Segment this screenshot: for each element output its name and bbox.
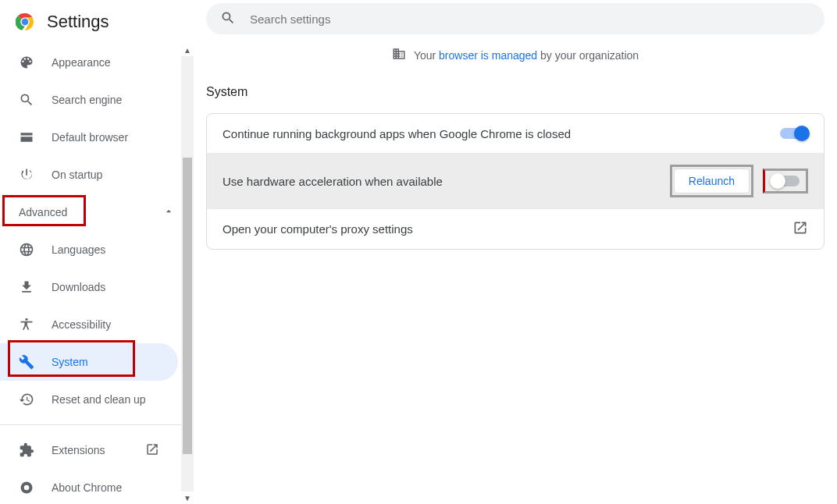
palette-icon — [19, 55, 34, 70]
scrollbar-track[interactable] — [181, 56, 194, 492]
globe-icon — [19, 242, 34, 257]
accessibility-icon — [19, 317, 34, 332]
wrench-icon — [19, 354, 34, 370]
row-label: Use hardware acceleration when available — [223, 175, 670, 188]
restore-icon — [19, 392, 34, 407]
managed-text: Your browser is managed by your organiza… — [414, 49, 639, 62]
row-proxy-settings[interactable]: Open your computer's proxy settings — [207, 208, 824, 249]
row-label: Continue running background apps when Go… — [223, 127, 780, 140]
sidebar-item-on-startup[interactable]: On startup — [0, 156, 178, 193]
sidebar-scrollbar[interactable]: ▲ ▼ — [181, 44, 194, 504]
row-label: Open your computer's proxy settings — [223, 222, 792, 236]
section-title: System — [206, 85, 825, 99]
sidebar-item-label: On startup — [52, 169, 102, 181]
browser-icon — [19, 130, 34, 145]
extension-icon — [19, 442, 34, 458]
download-icon — [19, 279, 34, 295]
sidebar-item-label: Accessibility — [52, 318, 111, 331]
sidebar-item-label: About Chrome — [52, 481, 122, 494]
sidebar-item-accessibility[interactable]: Accessibility — [0, 306, 178, 343]
sidebar-item-label: Extensions — [52, 444, 105, 456]
sidebar-item-label: Languages — [52, 243, 105, 256]
managed-suffix: by your organization — [537, 49, 639, 62]
scroll-up-arrow-icon[interactable]: ▲ — [181, 44, 194, 56]
sidebar-item-search-engine[interactable]: Search engine — [0, 81, 178, 119]
row-hardware-acceleration: Use hardware acceleration when available… — [207, 153, 824, 208]
nav-list-advanced: Languages Downloads Accessibility — [0, 231, 194, 418]
toggle-hardware-acceleration[interactable] — [771, 176, 800, 186]
open-external-icon — [792, 220, 808, 238]
scrollbar-thumb[interactable] — [183, 158, 192, 454]
chrome-logo-icon — [16, 12, 34, 31]
sidebar-header: Settings — [0, 0, 194, 44]
sidebar-item-downloads[interactable]: Downloads — [0, 268, 178, 306]
sidebar-item-label: Appearance — [52, 56, 111, 69]
sidebar-item-languages[interactable]: Languages — [0, 231, 178, 268]
sidebar-scroll: Appearance Search engine Default browser — [0, 44, 194, 504]
sidebar-item-label: Reset and clean up — [52, 393, 146, 406]
scroll-down-arrow-icon[interactable]: ▼ — [181, 492, 194, 504]
sidebar-item-appearance[interactable]: Appearance — [0, 44, 178, 81]
sidebar-divider — [0, 424, 194, 425]
search-input[interactable] — [250, 12, 810, 26]
sidebar-item-label: Search engine — [52, 94, 122, 106]
chevron-up-icon — [162, 205, 175, 220]
chrome-icon — [19, 480, 34, 495]
highlight-relaunch: Relaunch — [670, 165, 753, 197]
search-icon — [19, 92, 34, 108]
sidebar-item-reset[interactable]: Reset and clean up — [0, 381, 178, 418]
nav-list-footer: Extensions About Chrome — [0, 431, 194, 504]
sidebar-item-label: System — [52, 356, 88, 368]
svg-point-4 — [24, 485, 30, 491]
toggle-background-apps[interactable] — [780, 128, 808, 139]
main-content: Your browser is managed by your organiza… — [194, 0, 837, 504]
page-title: Settings — [47, 12, 109, 32]
open-external-icon — [145, 442, 159, 459]
relaunch-button[interactable]: Relaunch — [674, 169, 750, 193]
row-background-apps: Continue running background apps when Go… — [207, 114, 824, 153]
sidebar-item-default-browser[interactable]: Default browser — [0, 119, 178, 156]
advanced-label: Advanced — [19, 206, 67, 218]
highlight-toggle-hw — [763, 169, 808, 193]
sidebar-item-label: Default browser — [52, 131, 128, 144]
sidebar-item-about-chrome[interactable]: About Chrome — [0, 469, 178, 504]
search-bar[interactable] — [206, 3, 825, 34]
sidebar-item-label: Downloads — [52, 281, 105, 293]
nav-list-basic: Appearance Search engine Default browser — [0, 44, 194, 193]
power-icon — [19, 167, 34, 183]
managed-notice: Your browser is managed by your organiza… — [206, 47, 825, 63]
settings-card: Continue running background apps when Go… — [206, 113, 825, 250]
business-icon — [392, 47, 406, 63]
search-icon — [220, 10, 236, 28]
sidebar-item-system[interactable]: System — [0, 343, 178, 381]
sidebar: Settings Appearance Search engine — [0, 0, 194, 504]
managed-prefix: Your — [414, 49, 439, 62]
managed-link[interactable]: browser is managed — [439, 49, 537, 62]
sidebar-advanced-toggle[interactable]: Advanced — [0, 193, 194, 231]
sidebar-item-extensions[interactable]: Extensions — [0, 431, 178, 469]
